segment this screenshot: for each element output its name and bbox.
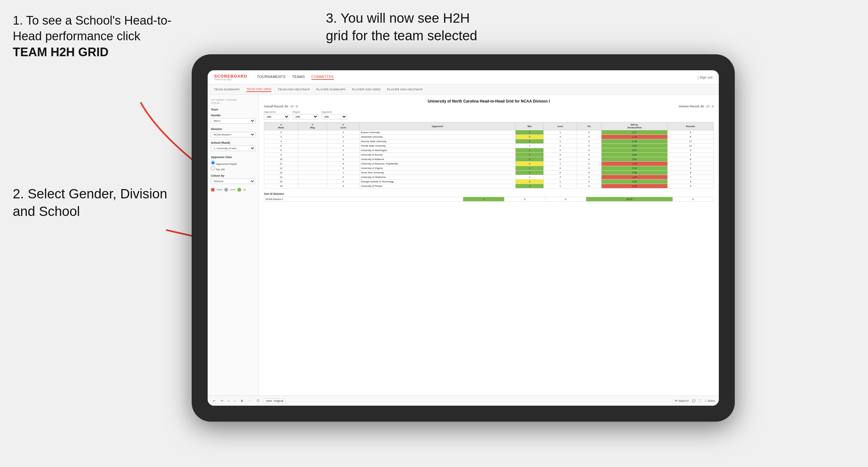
out-division-diff: 26.00 (586, 197, 673, 201)
cell-opponent: University of Oklahoma (360, 175, 515, 180)
division-select[interactable]: NCAA Division I (211, 132, 255, 137)
sidebar-division-label: Division (211, 127, 255, 131)
cell-reg (298, 180, 327, 184)
redo-btn[interactable]: ↪ (219, 398, 224, 403)
cell-reg (298, 139, 327, 144)
filter-opponent-select[interactable]: (All) (321, 114, 347, 120)
cell-tie: 0 (577, 153, 601, 157)
cell-opponent: Auburn University (360, 130, 515, 135)
cell-tie: 0 (577, 148, 601, 153)
present-btn[interactable]: ⛶ (699, 399, 702, 403)
cell-tie: 0 (577, 144, 601, 148)
filter-region-select[interactable]: (All) (292, 114, 318, 120)
cell-opponent: Vanderbilt University (360, 135, 515, 139)
cell-conf: 3 (327, 153, 360, 157)
clock-btn[interactable]: ⏱ (255, 398, 261, 403)
radio-opponents-played-label: Opponents Played (216, 163, 237, 165)
comment-btn[interactable]: 💬 (692, 399, 695, 403)
table-row: 11 6 University of Arkansas, Fayettevill… (264, 162, 714, 166)
nav-committee[interactable]: COMMITTEE (311, 75, 334, 80)
view-original-btn[interactable]: View: Original (264, 398, 286, 403)
watch-btn[interactable]: 👁 Watch ▾ (675, 399, 689, 403)
filter-opponent-label: Opponent (321, 111, 347, 114)
filter-opponents-select[interactable]: (All) (264, 114, 289, 120)
cell-diff: 9.00 (601, 153, 668, 157)
cell-rounds: 8 (668, 157, 714, 162)
table-row: 2 1 Auburn University 2 1 0 1.67 9 (264, 130, 714, 135)
gender-select[interactable]: Men's (211, 118, 255, 124)
cell-diff: 2.61 (601, 157, 668, 162)
radio-opponents-played[interactable]: Opponents Played (211, 161, 255, 165)
subnav-team-h2h-grid[interactable]: TEAM H2H GRID (246, 87, 271, 92)
cell-win: 3 (516, 184, 544, 188)
out-division-row: NCAA Division II 1 0 0 26.00 3 (264, 197, 714, 201)
cell-rounds: 9 (668, 130, 714, 135)
filter-opponent-group: Opponent (All) (321, 111, 347, 120)
cell-reg (298, 130, 327, 135)
nav-teams[interactable]: TEAMS (292, 75, 305, 80)
subnav-player-h2h-heatmap[interactable]: PLAYER H2H HEATMAP (387, 87, 423, 92)
subnav-team-summary[interactable]: TEAM SUMMARY (214, 87, 240, 92)
table-row: 13 1 Texas Tech University 3 0 0 5.56 9 (264, 170, 714, 175)
out-division-rounds: 3 (673, 197, 713, 201)
opponent-view-label: Opponent View (211, 156, 255, 159)
back-btn[interactable]: ‹ (227, 398, 230, 403)
cell-win: 0 (516, 162, 544, 166)
cell-conf: 2 (327, 175, 360, 180)
ann3-line1: 3. You will now see H2H (326, 10, 470, 26)
cell-loss: 0 (544, 157, 577, 162)
radio-top100-label: Top 100 (216, 168, 225, 171)
cell-win: 0 (516, 180, 544, 184)
cell-diff: 2.33 (601, 166, 668, 170)
forward-btn[interactable]: › (233, 398, 237, 403)
subnav-player-h2h-grid[interactable]: PLAYER H2H GRID (352, 87, 380, 92)
cell-rounds: 3 (668, 148, 714, 153)
cell-diff: 5.56 (601, 170, 668, 175)
more-btn[interactable]: ⋯ (247, 398, 253, 403)
radio-opponents-played-input[interactable] (211, 161, 215, 165)
subnav-team-h2h-heatmap[interactable]: TEAM H2H HEATMAP (278, 87, 310, 92)
cell-conf: 6 (327, 162, 360, 166)
ann2-text: 2. Select Gender, Division and School (13, 186, 167, 219)
colour-legend: Down Level Up (211, 188, 255, 192)
ann3-line2: grid for the team selected (326, 28, 477, 43)
out-division-tie: 0 (545, 197, 586, 201)
sign-out-link[interactable]: | Sign out (698, 75, 712, 79)
radio-top100-input[interactable] (211, 166, 215, 170)
copy-btn[interactable]: ⊕ (239, 398, 244, 403)
sidebar-team-label: Team (211, 108, 255, 111)
nav-tournaments[interactable]: TOURNAMENTS (257, 75, 286, 80)
out-division-win: 1 (463, 197, 504, 201)
cell-tie: 0 (577, 130, 601, 135)
cell-rank: 4 (264, 139, 299, 144)
cell-win: 3 (516, 170, 544, 175)
logo: SCOREBOARD Powered by clippi (214, 74, 247, 81)
col-rounds: Rounds (668, 122, 714, 130)
annotation-2: 2. Select Gender, Division and School (13, 185, 173, 220)
annotation-1: 1. To see a School's Head-to-Head perfor… (13, 13, 198, 60)
table-row: 8 2 University of Washington 1 0 0 3.67 … (264, 148, 714, 153)
radio-top100[interactable]: Top 100 (211, 166, 255, 171)
filter-row: Opponents: (All) Region (All) Opponent (264, 111, 714, 120)
table-row: 12 3 University of Virginia 1 0 0 2.33 3 (264, 166, 714, 170)
subnav-player-summary[interactable]: PLAYER SUMMARY (316, 87, 346, 92)
cell-rounds: 3 (668, 162, 714, 166)
share-btn[interactable]: ⤴ Share (705, 399, 715, 403)
cell-loss: 0 (544, 166, 577, 170)
cell-diff: 3.67 (601, 148, 668, 153)
dot-up-label: Up (243, 188, 246, 191)
cell-loss: 2 (544, 175, 577, 180)
out-division-label: Out of division (264, 192, 714, 195)
school-select[interactable]: 1. University of Nort... (211, 146, 255, 151)
cell-reg (298, 157, 327, 162)
share-label: Share (707, 399, 715, 403)
cell-rounds: 9 (668, 184, 714, 188)
cell-opponent: University of Alabama (360, 157, 515, 162)
cell-tie: 0 (577, 180, 601, 184)
cell-opponent: Georgia Institute of Technology (360, 180, 515, 184)
col-diff: Diff AvStrokes/Rnd (601, 122, 668, 130)
undo-btn[interactable]: ↩ (212, 398, 217, 403)
table-row: 9 3 University of Arizona 1 0 0 9.00 2 (264, 153, 714, 157)
colour-select[interactable]: Win/loss (211, 179, 255, 184)
cell-diff: -6.42 (601, 184, 668, 188)
